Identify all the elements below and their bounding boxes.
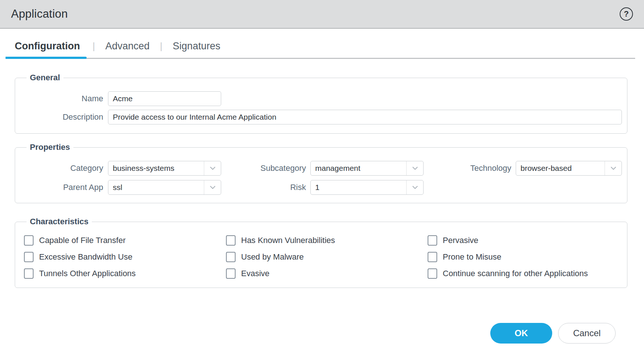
page-title: Application: [11, 7, 68, 21]
tab-signatures[interactable]: Signatures: [170, 41, 223, 52]
checkbox-evasive[interactable]: Evasive: [226, 268, 428, 279]
checkbox-excessive-bandwidth-use[interactable]: Excessive Bandwidth Use: [24, 252, 226, 262]
checkbox-input[interactable]: [428, 235, 437, 246]
checkbox-input[interactable]: [226, 268, 236, 279]
risk-select[interactable]: 1: [310, 180, 424, 195]
name-input[interactable]: [108, 91, 221, 106]
technology-label: Technology: [424, 163, 511, 173]
checkbox-input[interactable]: [428, 268, 437, 279]
chevron-down-icon: [204, 161, 221, 175]
chevron-down-icon: [406, 180, 423, 194]
configuration-panel: General Name Description Properties Cate…: [0, 73, 644, 344]
checkbox-input[interactable]: [226, 235, 236, 246]
checkbox-input[interactable]: [428, 252, 437, 262]
general-section: General Name Description: [15, 73, 627, 134]
name-label: Name: [22, 94, 103, 103]
checkbox-input[interactable]: [24, 252, 34, 262]
technology-value: browser-based: [516, 164, 605, 173]
checkbox-input[interactable]: [24, 235, 34, 246]
general-legend: General: [27, 73, 63, 82]
description-label: Description: [22, 112, 103, 122]
checkbox-pervasive[interactable]: Pervasive: [428, 235, 622, 246]
category-value: business-systems: [108, 164, 204, 173]
tab-advanced[interactable]: Advanced: [102, 41, 153, 52]
checkbox-tunnels-other-applications[interactable]: Tunnels Other Applications: [24, 268, 226, 279]
risk-value: 1: [311, 183, 406, 192]
parent-app-label: Parent App: [22, 183, 103, 192]
ok-button[interactable]: OK: [490, 323, 552, 344]
characteristics-legend: Characteristics: [27, 217, 92, 226]
checkbox-input[interactable]: [226, 252, 236, 262]
help-icon[interactable]: ?: [620, 7, 633, 21]
properties-section: Properties Category business-systems Sub…: [15, 142, 627, 203]
tab-configuration[interactable]: Configuration: [6, 41, 85, 52]
checkbox-continue-scanning[interactable]: Continue scanning for other Applications: [428, 268, 622, 279]
subcategory-value: management: [311, 164, 406, 173]
tab-separator: |: [93, 41, 95, 52]
chevron-down-icon: [605, 161, 622, 175]
technology-select[interactable]: browser-based: [516, 161, 622, 176]
chevron-down-icon: [406, 161, 423, 175]
dialog-header: Application ?: [0, 0, 644, 29]
action-bar: OK Cancel: [15, 323, 627, 344]
checkbox-used-by-malware[interactable]: Used by Malware: [226, 252, 428, 262]
properties-legend: Properties: [27, 142, 73, 152]
subcategory-label: Subcategory: [221, 163, 306, 173]
subcategory-select[interactable]: management: [310, 161, 424, 176]
checkbox-capable-of-file-transfer[interactable]: Capable of File Transfer: [24, 235, 226, 246]
tab-separator: |: [160, 41, 163, 52]
chevron-down-icon: [204, 180, 221, 194]
parent-app-value: ssl: [108, 183, 204, 192]
parent-app-select[interactable]: ssl: [108, 180, 221, 195]
characteristics-grid: Capable of File Transfer Excessive Bandw…: [22, 235, 622, 279]
description-input[interactable]: [108, 110, 622, 124]
risk-label: Risk: [221, 183, 306, 192]
category-label: Category: [22, 163, 103, 173]
checkbox-has-known-vulnerabilities[interactable]: Has Known Vulnerabilities: [226, 235, 428, 246]
cancel-button[interactable]: Cancel: [558, 323, 616, 344]
characteristics-section: Characteristics Capable of File Transfer…: [15, 217, 627, 288]
tab-bar: Configuration | Advanced | Signatures: [6, 29, 635, 59]
checkbox-input[interactable]: [24, 268, 34, 279]
category-select[interactable]: business-systems: [108, 161, 221, 176]
checkbox-prone-to-misuse[interactable]: Prone to Misuse: [428, 252, 622, 262]
